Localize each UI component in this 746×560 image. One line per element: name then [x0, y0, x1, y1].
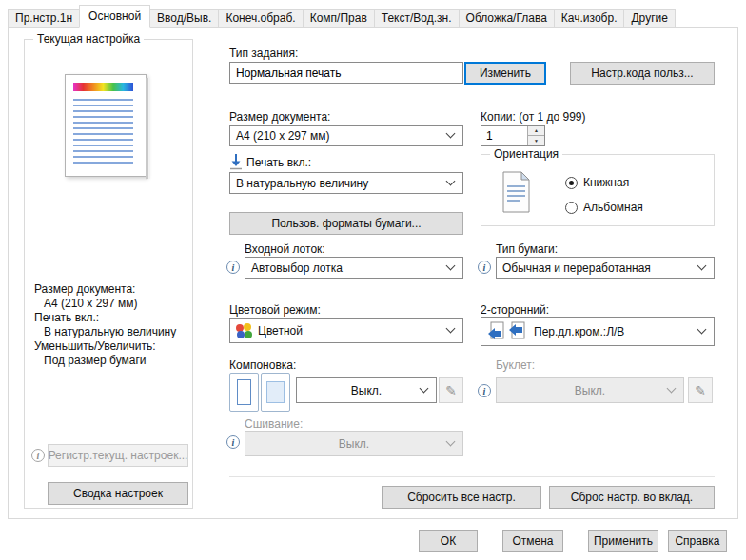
page-outline	[266, 381, 285, 403]
copies-input[interactable]	[481, 126, 527, 145]
summary-line: Размер документа:	[34, 282, 176, 297]
cancel-button[interactable]: Отмена	[502, 530, 563, 552]
selected-value: Автовыбор лотка	[251, 261, 343, 275]
page-outline	[237, 379, 251, 405]
tab-basic[interactable]: Основной	[79, 5, 150, 28]
layout-preview-front-icon[interactable]	[229, 373, 259, 412]
paper-type-select[interactable]: Обычная и переработанная	[496, 257, 715, 279]
layout-label: Компоновка:	[229, 358, 296, 372]
layout-preview-back-icon[interactable]	[261, 373, 290, 412]
user-code-settings-button[interactable]: Настр.кода польз...	[570, 62, 715, 85]
tab-label: Ввод/Выв.	[157, 11, 211, 25]
page-orientation-icon	[499, 171, 533, 213]
document-size-select[interactable]: A4 (210 x 297 мм)	[229, 125, 463, 146]
tab-text-watermark[interactable]: Текст/Вод.зн.	[374, 9, 460, 28]
input-tray-select[interactable]: Автовыбор лотка	[245, 257, 463, 279]
info-icon[interactable]: i	[478, 261, 491, 274]
info-icon[interactable]: i	[226, 435, 240, 449]
selected-value: A4 (210 x 297 мм)	[236, 129, 330, 143]
pencil-icon: ✎	[445, 383, 457, 398]
text-lines	[73, 99, 133, 167]
print-on-select[interactable]: В натуральную величину	[229, 172, 463, 194]
apply-button[interactable]: Применить	[588, 530, 658, 552]
summary-line: A4 (210 x 297 мм)	[34, 297, 176, 311]
button-label: Сбросить все настр.	[407, 491, 516, 504]
current-settings-group: Текущая настройка Размер документа: A4 (…	[24, 39, 193, 509]
selected-value: Пер.дл.кром.:Л/В	[534, 325, 624, 338]
spin-down-button[interactable]: ▼	[527, 135, 544, 145]
button-label: Сводка настроек	[73, 487, 163, 500]
duplex-select[interactable]: Пер.дл.кром.:Л/В	[481, 317, 715, 346]
tab-label: Текст/Вод.зн.	[382, 11, 452, 25]
radio-portrait[interactable]: Книжная	[565, 176, 629, 189]
tab-presets[interactable]: Пр.нстр.1н	[8, 9, 80, 28]
radio-dot	[565, 177, 578, 189]
info-icon[interactable]: i	[478, 384, 491, 397]
tab-label: Обложка/Глава	[466, 11, 547, 25]
tab-finishing[interactable]: Конеч.обраб.	[218, 9, 303, 28]
tab-image-quality[interactable]: Кач.изобр.	[554, 9, 625, 28]
tab-cover-chapter[interactable]: Обложка/Глава	[459, 9, 555, 28]
ok-button[interactable]: ОК	[419, 530, 478, 552]
chevron-down-icon	[446, 261, 456, 270]
job-type-label: Тип задания:	[229, 47, 298, 60]
button-label: Применить	[594, 534, 653, 548]
color-bar	[73, 83, 133, 91]
button-label: Регистр.текущ. настроек...	[49, 449, 188, 462]
input-tray-label: Входной лоток:	[245, 242, 325, 256]
chevron-down-icon	[697, 324, 707, 334]
summary-line: Под размер бумаги	[34, 354, 176, 368]
selected-value: Выкл.	[339, 437, 369, 451]
summary-line: В натуральную величину	[34, 325, 176, 339]
tab-label: Кач.изобр.	[561, 11, 618, 25]
spin-buttons: ▲ ▼	[527, 126, 544, 145]
group-title: Текущая настройка	[33, 32, 144, 46]
radio-label: Альбомная	[583, 201, 643, 214]
paper-type-label: Тип бумаги:	[496, 242, 558, 256]
layout-select[interactable]: Выкл.	[296, 377, 437, 403]
print-scale-icon	[229, 153, 243, 170]
selected-value: Обычная и переработанная	[502, 261, 651, 275]
settings-summary-button[interactable]: Сводка настроек	[48, 482, 188, 505]
summary-line: Печать вкл.:	[34, 311, 176, 325]
color-dot	[244, 323, 251, 331]
info-icon[interactable]: i	[226, 261, 240, 274]
reset-all-settings-button[interactable]: Сбросить все настр.	[382, 486, 541, 509]
staple-label: Сшивание:	[245, 417, 303, 431]
tab-input-output[interactable]: Ввод/Выв.	[149, 9, 219, 28]
orientation-group: Ориентация Книжная Альбомная	[481, 154, 715, 226]
custom-paper-sizes-button[interactable]: Пользов. форматы бумаги...	[229, 212, 463, 235]
page-curl	[146, 78, 150, 179]
reset-tab-settings-button[interactable]: Сброс настр. во вклад.	[549, 486, 715, 509]
help-button[interactable]: Справка	[668, 530, 727, 552]
pencil-icon: ✎	[695, 383, 706, 398]
color-mode-select[interactable]: Цветной	[229, 318, 463, 343]
button-label: Пользов. форматы бумаги...	[271, 217, 421, 230]
job-type-input[interactable]	[229, 62, 463, 84]
button-label: Справка	[675, 534, 719, 548]
printer-properties-dialog: Пр.нстр.1н Основной Ввод/Выв. Конеч.обра…	[0, 0, 746, 560]
selected-value: Цветной	[258, 324, 303, 338]
chevron-down-icon	[420, 383, 429, 393]
duplex-icon	[487, 320, 529, 343]
button-label: Отмена	[512, 534, 553, 548]
tab-label: Другие	[631, 11, 667, 25]
color-mode-icon	[236, 323, 253, 338]
radio-dot	[565, 202, 578, 214]
edit-layout-button: ✎	[439, 377, 463, 403]
info-icon[interactable]: i	[31, 449, 45, 462]
change-button[interactable]: Изменить	[464, 62, 546, 85]
document-preview	[57, 68, 164, 184]
tab-others[interactable]: Другие	[623, 9, 675, 28]
edit-booklet-button: ✎	[688, 377, 713, 403]
register-settings-button: Регистр.текущ. настроек...	[48, 444, 188, 467]
tab-layout-edit[interactable]: Комп/Прав	[303, 9, 375, 28]
print-on-label: Печать вкл.:	[246, 156, 311, 169]
button-label: ОК	[441, 534, 456, 548]
radio-landscape[interactable]: Альбомная	[565, 201, 643, 214]
button-label: Настр.кода польз...	[591, 67, 693, 80]
chevron-down-icon	[667, 383, 677, 393]
group-title: Ориентация	[490, 147, 562, 161]
spin-up-button[interactable]: ▲	[527, 126, 544, 135]
tab-bar: Пр.нстр.1н Основной Ввод/Выв. Конеч.обра…	[8, 5, 675, 28]
